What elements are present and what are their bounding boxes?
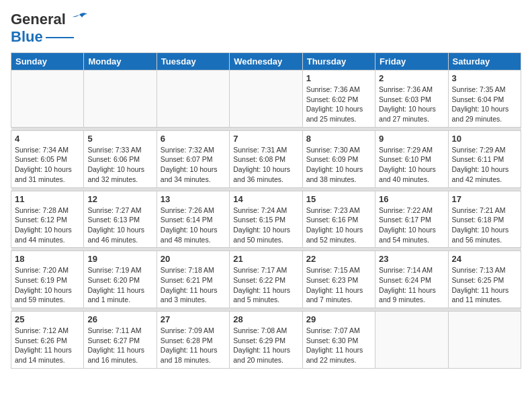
day-number: 4 xyxy=(15,134,80,144)
calendar-cell: 29Sunrise: 7:07 AM Sunset: 6:30 PM Dayli… xyxy=(302,312,375,369)
logo-blue-text: Blue xyxy=(11,28,43,46)
day-info: Sunrise: 7:34 AM Sunset: 6:05 PM Dayligh… xyxy=(15,145,80,185)
day-number: 5 xyxy=(87,134,152,144)
calendar-cell xyxy=(230,71,302,128)
day-number: 22 xyxy=(306,254,371,264)
day-number: 16 xyxy=(379,194,444,204)
calendar-cell: 2Sunrise: 7:36 AM Sunset: 6:03 PM Daylig… xyxy=(375,71,448,128)
week-row-1: 1Sunrise: 7:36 AM Sunset: 6:02 PM Daylig… xyxy=(11,71,521,128)
day-info: Sunrise: 7:20 AM Sunset: 6:19 PM Dayligh… xyxy=(15,265,80,305)
day-number: 21 xyxy=(233,254,298,264)
calendar-cell: 18Sunrise: 7:20 AM Sunset: 6:19 PM Dayli… xyxy=(11,251,84,308)
calendar-cell: 17Sunrise: 7:21 AM Sunset: 6:18 PM Dayli… xyxy=(448,191,521,248)
day-info: Sunrise: 7:31 AM Sunset: 6:08 PM Dayligh… xyxy=(233,145,298,185)
week-row-3: 11Sunrise: 7:28 AM Sunset: 6:12 PM Dayli… xyxy=(11,191,521,248)
day-number: 10 xyxy=(452,134,517,144)
calendar-cell: 24Sunrise: 7:13 AM Sunset: 6:25 PM Dayli… xyxy=(448,251,521,308)
day-info: Sunrise: 7:23 AM Sunset: 6:16 PM Dayligh… xyxy=(306,205,371,245)
page-header: General Blue xyxy=(11,11,521,46)
day-number: 2 xyxy=(379,73,444,83)
calendar-cell: 21Sunrise: 7:17 AM Sunset: 6:22 PM Dayli… xyxy=(230,251,302,308)
day-number: 6 xyxy=(161,134,226,144)
calendar-table: SundayMondayTuesdayWednesdayThursdayFrid… xyxy=(11,52,521,369)
calendar-cell: 28Sunrise: 7:08 AM Sunset: 6:29 PM Dayli… xyxy=(230,312,302,369)
calendar-cell: 3Sunrise: 7:35 AM Sunset: 6:04 PM Daylig… xyxy=(448,71,521,128)
day-number: 17 xyxy=(452,194,517,204)
day-info: Sunrise: 7:27 AM Sunset: 6:13 PM Dayligh… xyxy=(87,205,152,245)
weekday-header-saturday: Saturday xyxy=(448,53,521,71)
day-info: Sunrise: 7:35 AM Sunset: 6:04 PM Dayligh… xyxy=(452,85,517,124)
weekday-header-sunday: Sunday xyxy=(11,53,84,71)
day-number: 1 xyxy=(306,73,371,83)
day-info: Sunrise: 7:17 AM Sunset: 6:22 PM Dayligh… xyxy=(233,265,298,305)
day-info: Sunrise: 7:21 AM Sunset: 6:18 PM Dayligh… xyxy=(452,205,517,245)
day-info: Sunrise: 7:15 AM Sunset: 6:23 PM Dayligh… xyxy=(306,265,371,305)
calendar-cell: 11Sunrise: 7:28 AM Sunset: 6:12 PM Dayli… xyxy=(11,191,84,248)
calendar-cell: 26Sunrise: 7:11 AM Sunset: 6:27 PM Dayli… xyxy=(84,312,157,369)
day-number: 11 xyxy=(15,194,80,204)
calendar-cell xyxy=(448,312,521,369)
weekday-header-tuesday: Tuesday xyxy=(157,53,229,71)
day-number: 20 xyxy=(161,254,226,264)
calendar-cell: 25Sunrise: 7:12 AM Sunset: 6:26 PM Dayli… xyxy=(11,312,84,369)
day-info: Sunrise: 7:30 AM Sunset: 6:09 PM Dayligh… xyxy=(306,145,371,185)
day-number: 23 xyxy=(379,254,444,264)
weekday-header-wednesday: Wednesday xyxy=(230,53,302,71)
calendar-cell: 1Sunrise: 7:36 AM Sunset: 6:02 PM Daylig… xyxy=(302,71,375,128)
calendar-cell: 9Sunrise: 7:29 AM Sunset: 6:10 PM Daylig… xyxy=(375,130,448,187)
weekday-header-row: SundayMondayTuesdayWednesdayThursdayFrid… xyxy=(11,53,521,71)
day-number: 3 xyxy=(452,73,517,83)
day-number: 26 xyxy=(87,314,152,324)
day-number: 9 xyxy=(379,134,444,144)
day-number: 29 xyxy=(306,314,371,324)
day-info: Sunrise: 7:18 AM Sunset: 6:21 PM Dayligh… xyxy=(161,265,226,305)
day-info: Sunrise: 7:32 AM Sunset: 6:07 PM Dayligh… xyxy=(161,145,226,185)
day-info: Sunrise: 7:19 AM Sunset: 6:20 PM Dayligh… xyxy=(87,265,152,305)
day-number: 14 xyxy=(233,194,298,204)
day-number: 13 xyxy=(161,194,226,204)
calendar-cell: 8Sunrise: 7:30 AM Sunset: 6:09 PM Daylig… xyxy=(302,130,375,187)
day-number: 8 xyxy=(306,134,371,144)
calendar-cell: 16Sunrise: 7:22 AM Sunset: 6:17 PM Dayli… xyxy=(375,191,448,248)
day-number: 28 xyxy=(233,314,298,324)
calendar-cell: 4Sunrise: 7:34 AM Sunset: 6:05 PM Daylig… xyxy=(11,130,84,187)
week-row-5: 25Sunrise: 7:12 AM Sunset: 6:26 PM Dayli… xyxy=(11,312,521,369)
calendar-cell xyxy=(375,312,448,369)
calendar-cell: 5Sunrise: 7:33 AM Sunset: 6:06 PM Daylig… xyxy=(84,130,157,187)
day-info: Sunrise: 7:36 AM Sunset: 6:02 PM Dayligh… xyxy=(306,85,371,124)
day-number: 24 xyxy=(452,254,517,264)
day-number: 18 xyxy=(15,254,80,264)
day-number: 15 xyxy=(306,194,371,204)
calendar-cell: 12Sunrise: 7:27 AM Sunset: 6:13 PM Dayli… xyxy=(84,191,157,248)
calendar-cell: 15Sunrise: 7:23 AM Sunset: 6:16 PM Dayli… xyxy=(302,191,375,248)
week-row-2: 4Sunrise: 7:34 AM Sunset: 6:05 PM Daylig… xyxy=(11,130,521,187)
day-info: Sunrise: 7:11 AM Sunset: 6:27 PM Dayligh… xyxy=(87,326,152,365)
calendar-cell: 13Sunrise: 7:26 AM Sunset: 6:14 PM Dayli… xyxy=(157,191,229,248)
weekday-header-thursday: Thursday xyxy=(302,53,375,71)
weekday-header-monday: Monday xyxy=(84,53,157,71)
weekday-header-friday: Friday xyxy=(375,53,448,71)
week-row-4: 18Sunrise: 7:20 AM Sunset: 6:19 PM Dayli… xyxy=(11,251,521,308)
day-info: Sunrise: 7:28 AM Sunset: 6:12 PM Dayligh… xyxy=(15,205,80,245)
calendar-cell: 6Sunrise: 7:32 AM Sunset: 6:07 PM Daylig… xyxy=(157,130,229,187)
calendar-cell xyxy=(11,71,84,128)
logo: General Blue xyxy=(11,11,89,46)
calendar-cell: 22Sunrise: 7:15 AM Sunset: 6:23 PM Dayli… xyxy=(302,251,375,308)
day-info: Sunrise: 7:33 AM Sunset: 6:06 PM Dayligh… xyxy=(87,145,152,185)
day-info: Sunrise: 7:12 AM Sunset: 6:26 PM Dayligh… xyxy=(15,326,80,365)
day-number: 27 xyxy=(161,314,226,324)
day-info: Sunrise: 7:24 AM Sunset: 6:15 PM Dayligh… xyxy=(233,205,298,245)
day-info: Sunrise: 7:08 AM Sunset: 6:29 PM Dayligh… xyxy=(233,326,298,365)
day-info: Sunrise: 7:13 AM Sunset: 6:25 PM Dayligh… xyxy=(452,265,517,305)
calendar-cell: 27Sunrise: 7:09 AM Sunset: 6:28 PM Dayli… xyxy=(157,312,229,369)
day-info: Sunrise: 7:29 AM Sunset: 6:10 PM Dayligh… xyxy=(379,145,444,185)
calendar-cell: 19Sunrise: 7:19 AM Sunset: 6:20 PM Dayli… xyxy=(84,251,157,308)
day-info: Sunrise: 7:09 AM Sunset: 6:28 PM Dayligh… xyxy=(161,326,226,365)
calendar-cell: 14Sunrise: 7:24 AM Sunset: 6:15 PM Dayli… xyxy=(230,191,302,248)
logo-text: General xyxy=(11,11,66,28)
day-number: 19 xyxy=(87,254,152,264)
calendar-cell xyxy=(157,71,229,128)
calendar-cell: 23Sunrise: 7:14 AM Sunset: 6:24 PM Dayli… xyxy=(375,251,448,308)
calendar-cell: 7Sunrise: 7:31 AM Sunset: 6:08 PM Daylig… xyxy=(230,130,302,187)
day-info: Sunrise: 7:29 AM Sunset: 6:11 PM Dayligh… xyxy=(452,145,517,185)
